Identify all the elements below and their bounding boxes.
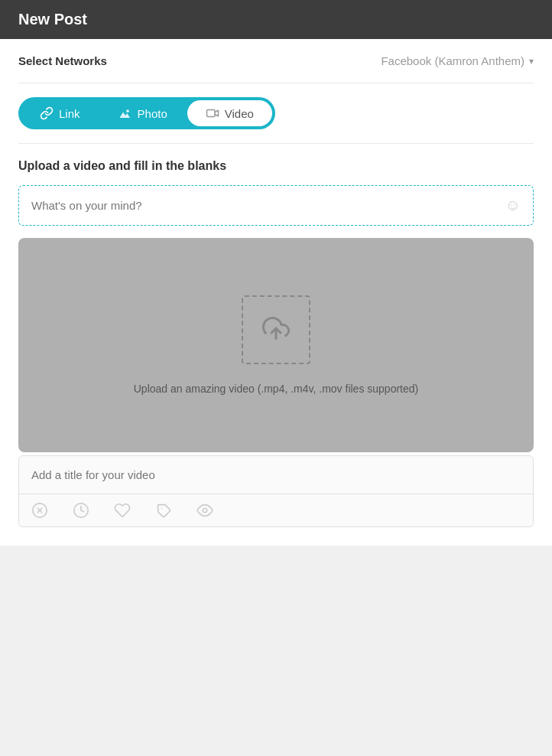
handshake-icon[interactable]: [114, 502, 131, 519]
header: New Post: [0, 0, 552, 39]
upload-arrow-icon: [262, 314, 290, 345]
chevron-down-icon: ▾: [529, 56, 534, 67]
upload-box: [242, 295, 310, 364]
tag-icon[interactable]: [155, 502, 172, 519]
video-title-section: [18, 455, 534, 527]
emoji-icon[interactable]: ☺: [505, 197, 521, 214]
svg-point-8: [203, 508, 207, 513]
tab-video-label: Video: [225, 107, 254, 120]
svg-rect-1: [206, 110, 215, 117]
upload-text: Upload an amazing video (.mp4, .m4v, .mo…: [134, 383, 418, 395]
tab-photo[interactable]: Photo: [100, 100, 186, 126]
upload-heading: Upload a video and fill in the blanks: [18, 159, 534, 173]
tab-link-label: Link: [59, 107, 80, 120]
link-icon: [40, 106, 54, 120]
clock-icon[interactable]: [73, 502, 89, 519]
video-icon: [206, 106, 219, 120]
select-networks-row: Select Networks Facebook (Kamron Anthem)…: [18, 39, 534, 83]
text-input-row: ☺: [18, 185, 534, 226]
tabs-container: Link Photo: [18, 97, 275, 129]
upload-section: Upload a video and fill in the blanks ☺ …: [18, 144, 534, 527]
photo-icon: [119, 106, 132, 120]
post-text-input[interactable]: [31, 199, 505, 212]
tab-link[interactable]: Link: [21, 100, 99, 126]
select-networks-label: Select Networks: [18, 54, 381, 67]
tab-video[interactable]: Video: [187, 100, 272, 126]
tab-photo-label: Photo: [138, 107, 167, 120]
tabs-row: Link Photo: [18, 83, 534, 144]
network-selector[interactable]: Facebook (Kamron Anthem) ▾: [381, 54, 534, 67]
upload-area[interactable]: Upload an amazing video (.mp4, .m4v, .mo…: [18, 238, 534, 452]
eye-icon[interactable]: [196, 502, 213, 519]
page-title: New Post: [18, 11, 87, 28]
toolbar-row: [19, 494, 533, 526]
svg-point-0: [126, 109, 129, 112]
network-name: Facebook (Kamron Anthem): [381, 54, 524, 67]
video-title-input[interactable]: [19, 456, 533, 494]
x-circle-icon[interactable]: [31, 502, 48, 519]
main-content: Select Networks Facebook (Kamron Anthem)…: [0, 39, 552, 546]
